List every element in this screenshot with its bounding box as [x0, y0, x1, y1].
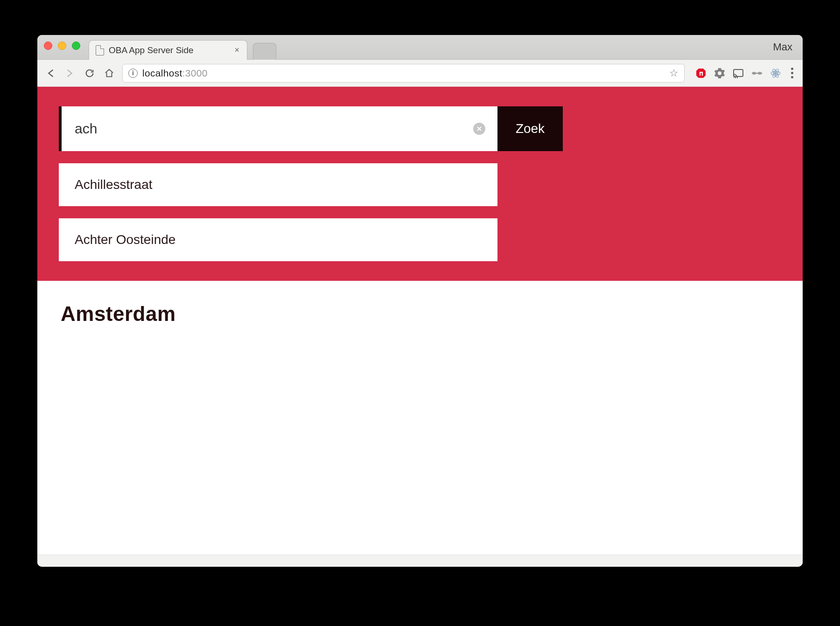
page-heading: Amsterdam [61, 302, 779, 326]
extension-icons [695, 67, 796, 79]
suggestion-label: Achter Oosteinde [75, 232, 175, 247]
search-field [59, 106, 497, 151]
svg-point-6 [757, 72, 762, 75]
address-bar[interactable]: i localhost:3000 ☆ [122, 64, 685, 83]
suggestion-item[interactable]: Achter Oosteinde [59, 218, 497, 261]
suggestion-label: Achillesstraat [75, 177, 153, 192]
bookmark-star-icon[interactable]: ☆ [669, 67, 679, 79]
browser-menu-button[interactable] [788, 68, 796, 78]
window-minimize-button[interactable] [58, 42, 66, 50]
browser-toolbar: i localhost:3000 ☆ [37, 60, 803, 87]
search-button-label: Zoek [516, 121, 545, 136]
tab-strip: OBA App Server Side × Max [37, 35, 803, 60]
search-input[interactable] [75, 121, 484, 137]
tab-title: OBA App Server Side [109, 45, 229, 56]
svg-rect-7 [756, 73, 758, 74]
nav-forward-button[interactable] [63, 67, 77, 80]
window-controls [44, 42, 80, 50]
svg-rect-3 [734, 70, 743, 77]
svg-point-8 [775, 72, 777, 74]
reload-button[interactable] [83, 67, 96, 80]
address-host: localhost [142, 68, 182, 78]
svg-point-4 [734, 77, 735, 78]
page-viewport: Zoek Achillesstraat Achter Oosteinde Ams… [37, 87, 803, 555]
search-suggestions: Achillesstraat Achter Oosteinde [59, 163, 497, 261]
home-button[interactable] [103, 67, 116, 80]
browser-tab-background[interactable] [253, 43, 276, 60]
profile-name[interactable]: Max [773, 41, 792, 53]
search-hero: Zoek Achillesstraat Achter Oosteinde [37, 87, 803, 281]
file-icon [96, 45, 104, 56]
svg-rect-2 [702, 72, 703, 76]
clear-search-button[interactable] [473, 123, 485, 135]
cast-icon[interactable] [732, 67, 744, 79]
address-port: :3000 [182, 68, 208, 78]
gear-icon[interactable] [714, 67, 726, 79]
search-row: Zoek [59, 106, 563, 151]
browser-window: OBA App Server Side × Max i localhost:30… [37, 35, 803, 567]
page-content: Amsterdam [37, 281, 803, 555]
window-close-button[interactable] [44, 42, 52, 50]
react-devtools-icon[interactable] [770, 67, 782, 79]
glasses-icon[interactable] [751, 67, 763, 79]
address-text: localhost:3000 [142, 68, 208, 79]
window-zoom-button[interactable] [72, 42, 80, 50]
suggestion-item[interactable]: Achillesstraat [59, 163, 497, 206]
browser-tab-active[interactable]: OBA App Server Side × [89, 40, 247, 60]
tab-close-button[interactable]: × [233, 45, 240, 55]
nav-back-button[interactable] [44, 67, 57, 80]
adblock-icon[interactable] [695, 67, 707, 79]
search-button[interactable]: Zoek [497, 106, 563, 151]
svg-point-5 [752, 72, 756, 75]
browser-footer [37, 555, 803, 567]
site-info-icon[interactable]: i [128, 69, 138, 78]
